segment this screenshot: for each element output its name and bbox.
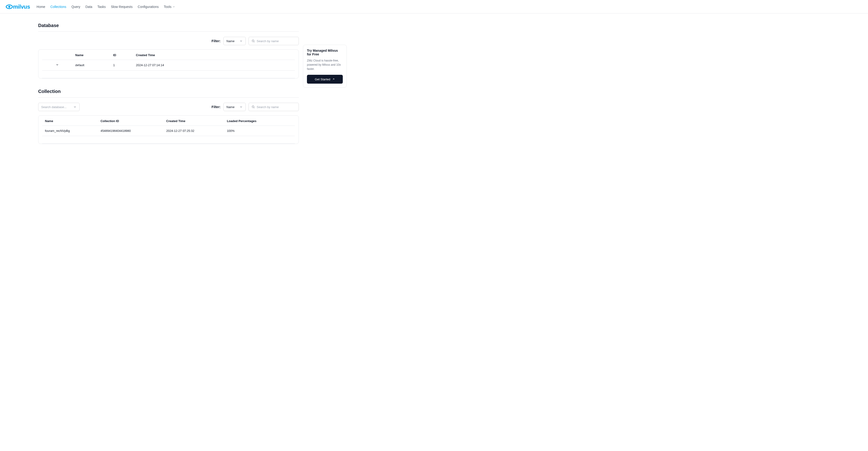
promo-description: Zilliz Cloud is hassle-free, powered by … <box>307 58 343 71</box>
collection-row-created: 2024-12-27 07:25:32 <box>163 126 224 136</box>
collection-search[interactable] <box>249 103 299 111</box>
collection-search-input[interactable] <box>257 105 296 109</box>
database-search[interactable] <box>249 37 299 45</box>
collection-database-select[interactable]: Search database... <box>38 103 80 111</box>
get-started-button[interactable]: Get Started <box>307 75 343 84</box>
database-section-title: Database <box>38 23 299 32</box>
nav-collections[interactable]: Collections <box>50 5 66 9</box>
collection-filter-select[interactable]: Name <box>223 103 246 111</box>
nav-query[interactable]: Query <box>71 5 80 9</box>
promo-title: Try Managed Milvus for Free <box>307 49 343 56</box>
svg-point-1 <box>8 6 10 8</box>
chevron-down-icon <box>173 5 175 8</box>
svg-line-3 <box>254 42 255 43</box>
collection-header-loaded: Loaded Percentages <box>224 116 295 126</box>
chevron-down-icon[interactable] <box>56 63 59 66</box>
collection-table: Name Collection ID Created Time Loaded P… <box>42 116 295 144</box>
collection-filter-row: Search database... Filter: Name <box>38 103 299 111</box>
topbar: milvus Home Collections Query Data Tasks… <box>0 0 868 13</box>
get-started-label: Get Started <box>315 78 330 81</box>
search-icon <box>252 39 255 43</box>
search-icon <box>252 105 255 109</box>
database-table: Name ID Created Time default 1 <box>42 50 295 78</box>
collection-row-name: fouram_recNVpBg <box>42 126 98 136</box>
nav-data[interactable]: Data <box>85 5 92 9</box>
chevron-down-icon <box>240 105 243 109</box>
brand-name: milvus <box>13 3 30 10</box>
collection-database-select-placeholder: Search database... <box>41 105 67 109</box>
database-table-card: Name ID Created Time default 1 <box>38 49 299 79</box>
nav-tools-label: Tools <box>164 5 172 9</box>
collection-filter-label: Filter: <box>212 105 221 109</box>
promo-card: Try Managed Milvus for Free Zilliz Cloud… <box>303 45 347 88</box>
database-header-id: ID <box>110 50 133 60</box>
external-link-icon <box>332 78 335 81</box>
collection-row[interactable]: fouram_recNVpBg 454894198404418980 2024-… <box>42 126 295 136</box>
collection-row-loaded: 100% <box>224 126 295 136</box>
main-nav: Home Collections Query Data Tasks Slow R… <box>36 5 175 9</box>
brand-logo[interactable]: milvus <box>6 3 30 10</box>
svg-line-6 <box>333 79 334 80</box>
database-row[interactable]: default 1 2024-12-27 07:14:14 <box>42 60 295 71</box>
collection-header-id: Collection ID <box>98 116 163 126</box>
svg-point-2 <box>252 40 254 42</box>
collection-filter-select-value: Name <box>226 105 235 109</box>
database-search-input[interactable] <box>257 39 296 43</box>
nav-slow-requests[interactable]: Slow Requests <box>111 5 132 9</box>
database-filter-label: Filter: <box>212 39 221 43</box>
nav-configurations[interactable]: Configurations <box>138 5 159 9</box>
nav-tools[interactable]: Tools <box>164 5 175 9</box>
database-filter-select[interactable]: Name <box>223 37 246 45</box>
nav-tasks[interactable]: Tasks <box>97 5 106 9</box>
collection-section-title: Collection <box>38 89 299 97</box>
nav-home[interactable]: Home <box>36 5 45 9</box>
database-header-created: Created Time <box>133 50 295 60</box>
database-row-id: 1 <box>110 60 133 71</box>
svg-point-4 <box>252 106 254 108</box>
collection-header-created: Created Time <box>163 116 224 126</box>
collection-row-id: 454894198404418980 <box>98 126 163 136</box>
svg-line-5 <box>254 108 255 108</box>
chevron-down-icon <box>240 39 243 43</box>
collection-table-card: Name Collection ID Created Time Loaded P… <box>38 115 299 144</box>
database-filter-select-value: Name <box>226 39 235 43</box>
milvus-eye-icon <box>6 4 13 9</box>
database-filter-row: Filter: Name <box>38 37 299 45</box>
collection-header-name: Name <box>42 116 98 126</box>
database-header-name: Name <box>72 50 110 60</box>
database-row-created: 2024-12-27 07:14:14 <box>133 60 295 71</box>
chevron-down-icon <box>73 105 76 109</box>
database-row-name: default <box>72 60 110 71</box>
